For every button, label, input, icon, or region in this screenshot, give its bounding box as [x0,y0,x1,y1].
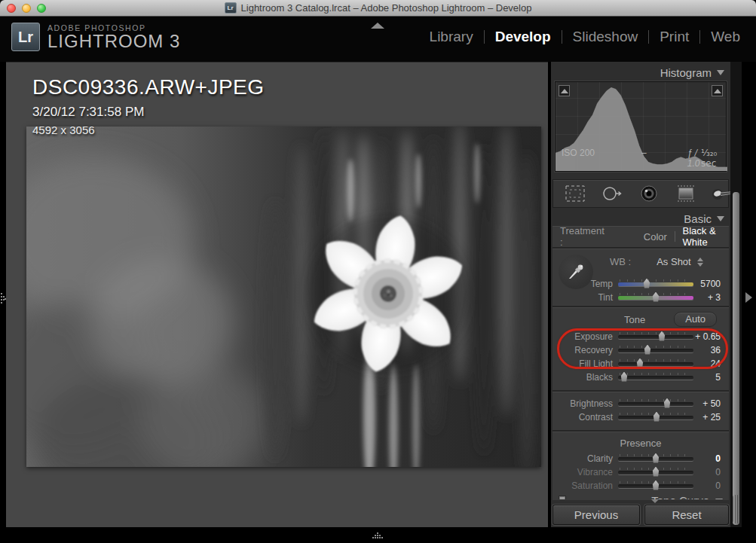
tool-strip [552,179,729,208]
module-develop[interactable]: Develop [495,29,551,45]
slider-thumb[interactable] [663,398,672,408]
slider-thumb[interactable] [651,453,661,463]
highlight-clipping-indicator[interactable] [712,85,723,96]
panel-scrollbar[interactable] [730,62,742,527]
wb-row: WB : As Shot [601,256,724,267]
exif-readout: ISO 200 – ƒ / 1.0 ¹⁄₃₂₀ sec [556,148,726,169]
red-eye-correction-icon[interactable] [638,184,660,203]
treatment-color-option[interactable]: Color [644,231,667,243]
blacks-slider-row: Blacks 5 [552,371,729,384]
blacks-slider[interactable] [618,376,693,380]
temp-slider-row: Temp 5700 [552,277,729,291]
lens-value: – [641,148,647,158]
top-panel-reveal-arrow-icon[interactable] [371,23,384,29]
contrast-value[interactable]: + 25 [693,412,729,423]
slider-thumb[interactable] [657,331,667,341]
shadow-clipping-indicator[interactable] [559,85,570,96]
slider-thumb[interactable] [643,345,653,355]
contrast-slider[interactable] [618,416,693,419]
photo-datetime: 3/20/12 7:31:58 PM [32,105,265,120]
bottom-panel-reveal-grip-icon[interactable] [372,532,384,539]
fill-light-value[interactable]: 24 [693,358,729,369]
minimize-button[interactable] [22,4,31,13]
triangle-icon [561,89,568,93]
module-web[interactable]: Web [711,29,740,45]
brightness-slider-row: Brightness + 50 [552,397,729,410]
brightness-slider[interactable] [618,402,693,406]
wb-dropdown-arrows-icon[interactable] [697,258,703,267]
tone-auto-button[interactable]: Auto [674,312,717,327]
window-title-group: Lr Lightroom 3 Catalog.lrcat – Adobe Pho… [225,2,532,14]
treatment-label: Treatment : [560,225,604,248]
tint-label: Tint [552,292,613,303]
tint-value[interactable]: + 3 [693,292,729,303]
slider-thumb[interactable] [652,412,662,422]
slider-thumb[interactable] [635,358,645,368]
right-panel-reveal-arrow-icon[interactable] [745,292,752,303]
slider-thumb[interactable] [642,279,652,288]
collapse-triangle-icon [717,70,724,75]
exposure-label: Exposure [552,331,613,342]
scrollbar-thumb[interactable] [733,192,739,525]
tone-curve-header-clipped[interactable]: Tone Curve [552,490,729,499]
module-slideshow[interactable]: Slideshow [573,29,638,45]
slider-thumb[interactable] [651,480,661,490]
right-panel-strip [742,62,756,527]
left-panel-reveal-arrow-icon[interactable] [0,292,6,306]
reset-button[interactable]: Reset [644,505,729,525]
module-print[interactable]: Print [660,29,689,45]
treatment-bw-option[interactable]: Black & White [682,225,721,248]
exposure-slider[interactable] [618,335,693,339]
vibrance-slider[interactable] [618,471,693,474]
iso-value: ISO 200 [562,148,595,158]
fill-light-label: Fill Light [552,358,613,369]
content-area: DSC09336.ARW+JPEG 3/20/12 7:31:58 PM 459… [0,62,756,527]
histogram-title: Histogram [660,66,712,79]
vibrance-value[interactable]: 0 [693,467,729,477]
presence-label: Presence [552,435,729,452]
slider-thumb[interactable] [620,372,629,382]
brightness-label: Brightness [552,398,613,409]
clarity-label: Clarity [552,453,613,464]
graduated-filter-icon[interactable] [675,184,697,203]
temp-value[interactable]: 5700 [693,279,729,289]
close-button[interactable] [7,4,16,13]
clarity-slider-row: Clarity 0 [552,452,729,465]
blacks-value[interactable]: 5 [693,372,729,383]
slider-thumb[interactable] [651,292,661,302]
slider-thumb[interactable] [651,467,661,477]
recovery-slider-row: Recovery 36 [552,343,729,357]
triangle-icon [714,89,721,93]
clarity-slider[interactable] [618,457,693,461]
crop-overlay-icon[interactable] [564,184,586,203]
tint-slider[interactable] [618,296,693,300]
module-library[interactable]: Library [430,29,473,45]
panel-enable-toggle[interactable] [559,496,566,499]
wb-preset-select[interactable]: As Shot [657,256,691,267]
traffic-lights [7,4,46,13]
shutter-value: ¹⁄₃₂₀ sec [701,148,720,169]
info-overlay: DSC09336.ARW+JPEG 3/20/12 7:31:58 PM 459… [32,75,265,136]
tone-header-row: Tone Auto [552,311,729,328]
fill-light-slider[interactable] [618,362,693,366]
blacks-label: Blacks [552,372,613,383]
recovery-value[interactable]: 36 [693,345,729,355]
brightness-value[interactable]: + 50 [693,398,729,409]
white-balance-block: WB : As Shot Temp 5700 Ti [552,249,729,307]
temp-slider[interactable] [618,282,693,286]
temp-label: Temp [552,279,613,289]
spot-removal-icon[interactable] [601,184,623,203]
zoom-button[interactable] [37,4,46,13]
histogram-display[interactable]: ISO 200 – ƒ / 1.0 ¹⁄₃₂₀ sec [555,81,727,172]
tone-block: Tone Auto Exposure + 0.65 Recovery [552,307,729,392]
exposure-value[interactable]: + 0.65 [693,331,729,342]
recovery-slider[interactable] [618,349,693,352]
clarity-value[interactable]: 0 [693,453,729,464]
develop-right-panel: Histogram ISO 200 – ƒ / 1.0 ¹⁄₃₂₀ sec [551,62,730,527]
saturation-slider[interactable] [618,484,693,488]
photo-canvas[interactable] [26,127,541,467]
wb-label: WB : [610,256,631,267]
histogram-header[interactable]: Histogram [551,63,730,81]
collapse-triangle-icon [715,499,723,500]
previous-button[interactable]: Previous [552,505,640,525]
